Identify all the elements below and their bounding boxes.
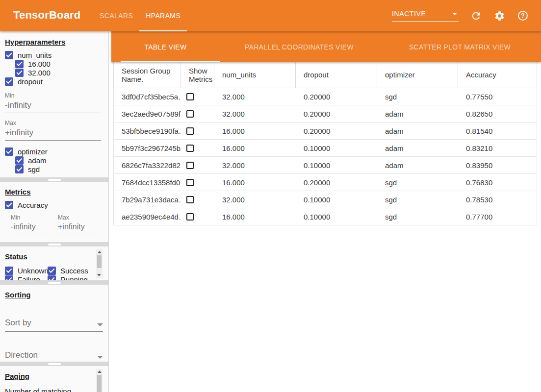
show-metrics-cell — [181, 162, 214, 169]
tab-scatter-plot-matrix-view[interactable]: SCATTER PLOT MATRIX VIEW — [379, 31, 541, 62]
hparam-min-input[interactable] — [5, 99, 101, 113]
show-metrics-cell — [181, 127, 214, 135]
status-options: Unknown Success Failure Running — [5, 266, 103, 280]
view-tab-bar: TABLE VIEW PARALLEL COORDINATES VIEW SCA… — [111, 31, 541, 62]
optimizer-cell: adam — [377, 127, 458, 135]
app-title: TensorBoard — [13, 9, 80, 22]
show-metrics-cell — [181, 196, 214, 203]
show-metrics-checkbox[interactable] — [186, 93, 194, 100]
accuracy-cell: 0.83210 — [458, 144, 538, 152]
sort-by-select[interactable]: Sort by — [5, 318, 103, 332]
adam-checkbox[interactable] — [15, 156, 24, 165]
scrollbar-thumb[interactable] — [97, 375, 102, 392]
status-scrollbar[interactable] — [96, 249, 103, 278]
run-status-value: INACTIVE — [392, 10, 426, 18]
direction-select[interactable]: Direction — [5, 350, 103, 362]
hparam-value-32: 32.000 — [15, 68, 103, 77]
session-groups-table: Session Group Name. Show Metrics num_uni… — [113, 62, 537, 225]
gear-icon — [494, 10, 505, 22]
hyperparameters-section: Hyperparameters num_units 16.000 32.000 … — [0, 32, 108, 177]
dropout-cell: 0.10000 — [296, 213, 377, 221]
accuracy-checkbox[interactable] — [5, 201, 13, 209]
section-divider — [0, 362, 108, 366]
resize-handle[interactable] — [48, 244, 61, 245]
value-16-checkbox[interactable] — [15, 60, 24, 68]
failure-label: Failure — [18, 275, 40, 281]
metric-min-input[interactable] — [11, 221, 52, 234]
accuracy-label: Accuracy — [18, 201, 48, 209]
show-metrics-cell — [181, 93, 214, 100]
dropout-cell: 0.20000 — [296, 127, 377, 135]
top-app-bar: TensorBoard SCALARS HPARAMS INACTIVE ? — [0, 0, 541, 31]
paging-scrollbar[interactable] — [96, 369, 103, 392]
sgd-label: sgd — [28, 165, 40, 173]
scroll-up-icon[interactable] — [98, 251, 102, 253]
table-row: ae235909ec4e4d… 16.000 0.10000 sgd 0.777… — [113, 208, 537, 225]
table-row: 53bf5bece9190fa… 16.000 0.20000 adam 0.8… — [113, 122, 537, 140]
section-divider — [0, 177, 108, 182]
tab-parallel-coordinates-view[interactable]: PARALLEL COORDINATES VIEW — [220, 31, 379, 62]
session-group-name-cell: 3ec2aed9e07589f… — [114, 110, 181, 118]
dropout-cell: 0.10000 — [296, 144, 377, 152]
status-unknown: Unknown — [5, 266, 48, 275]
failure-checkbox[interactable] — [5, 275, 13, 281]
scrollbar-thumb[interactable] — [97, 255, 102, 268]
show-metrics-checkbox[interactable] — [186, 145, 194, 152]
value-32-checkbox[interactable] — [15, 69, 24, 77]
success-checkbox[interactable] — [48, 267, 56, 275]
settings-button[interactable] — [493, 9, 506, 22]
hparam-num-units: num_units — [5, 50, 103, 59]
show-metrics-checkbox[interactable] — [186, 179, 194, 186]
accuracy-cell: 0.83950 — [458, 161, 538, 170]
chevron-down-icon — [97, 323, 103, 326]
hparam-min-label: Min — [5, 92, 103, 99]
status-section: Status Unknown Success Failure Running — [0, 246, 108, 280]
paging-heading: Paging — [5, 372, 29, 380]
hyperparameters-heading: Hyperparameters — [5, 38, 65, 46]
sorting-heading: Sorting — [5, 291, 31, 299]
dropout-cell: 0.10000 — [296, 161, 377, 170]
num-units-cell: 32.000 — [214, 196, 296, 204]
run-status-select[interactable]: INACTIVE — [392, 10, 459, 22]
show-metrics-checkbox[interactable] — [186, 162, 194, 169]
col-dropout: dropout — [296, 62, 377, 88]
num-units-cell: 16.000 — [214, 178, 296, 187]
scroll-down-icon[interactable] — [97, 274, 101, 276]
sgd-checkbox[interactable] — [15, 165, 24, 173]
scroll-up-icon[interactable] — [98, 370, 102, 373]
hparam-max-input[interactable] — [5, 126, 101, 141]
metric-max-label: Max — [58, 214, 99, 221]
accuracy-cell: 0.77700 — [458, 213, 538, 221]
show-metrics-checkbox[interactable] — [186, 196, 194, 203]
resize-handle[interactable] — [48, 282, 61, 284]
num-units-cell: 32.000 — [214, 93, 296, 101]
tab-table-view[interactable]: TABLE VIEW — [111, 31, 220, 62]
unknown-checkbox[interactable] — [5, 267, 13, 275]
num-units-label: num_units — [18, 51, 52, 59]
resize-handle[interactable] — [48, 363, 61, 365]
table-body: 3df0d7cf35bec5a… 32.000 0.20000 sgd 0.77… — [113, 88, 537, 225]
session-group-name-cell: 3df0d7cf35bec5a… — [114, 93, 181, 101]
value-16-label: 16.000 — [28, 60, 51, 68]
resize-handle[interactable] — [48, 179, 61, 181]
optimizer-cell: sgd — [377, 213, 458, 221]
help-button[interactable]: ? — [516, 9, 529, 22]
metric-max-input[interactable] — [58, 221, 99, 234]
accuracy-cell: 0.82650 — [458, 110, 538, 118]
optimizer-checkbox[interactable] — [5, 147, 13, 156]
num-units-checkbox[interactable] — [5, 51, 13, 59]
running-label: Running — [60, 275, 88, 281]
dropout-checkbox[interactable] — [5, 77, 13, 86]
num-units-cell: 32.000 — [214, 161, 296, 170]
refresh-button[interactable] — [469, 9, 482, 22]
col-num-units: num_units — [214, 62, 296, 88]
running-checkbox[interactable] — [48, 275, 56, 281]
session-group-name-cell: 53bf5bece9190fa… — [114, 127, 181, 135]
session-group-name-cell: 7684dcc13358fd0… — [114, 178, 181, 187]
show-metrics-checkbox[interactable] — [186, 110, 194, 118]
tab-hparams[interactable]: HPARAMS — [139, 0, 187, 31]
tab-scalars[interactable]: SCALARS — [93, 0, 139, 31]
topbar-controls: INACTIVE ? — [392, 0, 529, 31]
show-metrics-checkbox[interactable] — [186, 127, 194, 135]
show-metrics-checkbox[interactable] — [186, 213, 194, 220]
